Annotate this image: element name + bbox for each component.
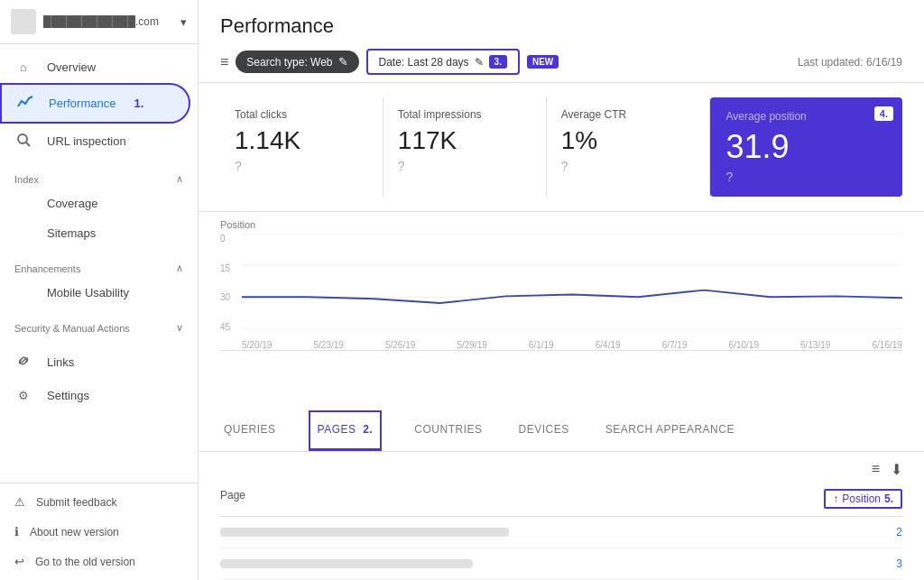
coverage-label: Coverage — [47, 197, 97, 210]
tab-pages[interactable]: PAGES 2. — [309, 410, 383, 451]
position-badge: 4. — [874, 106, 893, 121]
site-domain: ████████████.com — [43, 15, 173, 28]
search-icon — [14, 133, 32, 150]
security-chevron[interactable]: ∨ — [176, 322, 183, 334]
ctr-help[interactable]: ? — [561, 159, 568, 173]
chart-y-label: Position — [220, 219, 902, 230]
x-label-0: 5/20/19 — [242, 340, 272, 350]
impressions-value: 117K — [398, 126, 531, 155]
about-new-version-item[interactable]: ℹ About new version — [0, 517, 198, 547]
metric-impressions: Total impressions 117K ? — [383, 97, 547, 197]
dropdown-icon[interactable]: ▾ — [180, 15, 187, 29]
metric-clicks: Total clicks 1.14K ? — [220, 97, 383, 197]
enhancements-label: Enhancements — [14, 263, 80, 274]
security-section-label[interactable]: Security & Manual Actions ∨ — [0, 308, 198, 337]
main-header: Performance ≡ Search type: Web ✎ Date: L… — [199, 0, 924, 83]
date-edit-icon: ✎ — [475, 56, 484, 69]
sidebar-item-links[interactable]: Links — [0, 345, 190, 380]
position-value: 31.9 — [726, 128, 886, 166]
settings-icon: ⚙ — [14, 389, 32, 402]
last-updated: Last updated: 6/16/19 — [798, 56, 902, 69]
sidebar-item-coverage[interactable]: Coverage — [0, 189, 190, 218]
col-page-header: Page — [220, 489, 245, 509]
performance-label: Performance — [49, 97, 116, 110]
row-pos-1: 2 — [896, 526, 902, 539]
row-pos-2: 3 — [896, 557, 902, 570]
sort-up-icon: ↑ — [833, 493, 838, 505]
page-title: Performance — [220, 14, 902, 38]
sidebar-item-performance[interactable]: Performance 1. — [0, 83, 190, 124]
table-row: 3 — [220, 548, 902, 580]
tab-devices[interactable]: DEVICES — [515, 410, 573, 451]
position-col-badge: 5. — [884, 493, 893, 505]
sidebar-item-mobile-usability[interactable]: Mobile Usability — [0, 278, 190, 308]
y-label-15: 15 — [220, 263, 238, 273]
old-version-label: Go to the old version — [35, 556, 135, 568]
x-label-2: 5/26/19 — [385, 340, 415, 350]
chart-container: 0 15 30 45 5/20/19 5/23/19 5/26/19 5/29/… — [220, 234, 902, 351]
y-label-0: 0 — [220, 234, 238, 244]
links-label: Links — [47, 355, 74, 369]
pages-badge: 2. — [363, 423, 373, 436]
old-version-item[interactable]: ↩ Go to the old version — [0, 547, 198, 576]
x-label-6: 6/7/19 — [662, 340, 688, 350]
sidebar-item-url-inspection[interactable]: URL inspection — [0, 124, 190, 159]
metrics-row: Total clicks 1.14K ? Total impressions 1… — [199, 83, 924, 212]
overview-label: Overview — [47, 60, 96, 74]
date-label: Date: Last 28 days — [379, 56, 469, 69]
enhancements-section-label: Enhancements ∧ — [0, 248, 198, 278]
index-section-label: Index ∧ — [0, 159, 198, 189]
filter-icon[interactable]: ≡ — [220, 54, 228, 70]
x-label-3: 5/29/19 — [457, 340, 486, 350]
sidebar-nav: ⌂ Overview Performance 1. URL inspection — [0, 44, 198, 483]
sitemaps-label: Sitemaps — [47, 226, 96, 240]
filter-table-icon[interactable]: ≡ — [872, 461, 880, 478]
download-icon[interactable]: ⬇ — [891, 461, 902, 478]
col-position-header[interactable]: ↑ Position 5. — [824, 489, 902, 509]
feedback-label: Submit feedback — [36, 496, 116, 509]
impressions-label: Total impressions — [398, 108, 531, 121]
impressions-help[interactable]: ? — [398, 159, 405, 173]
security-label: Security & Manual Actions — [14, 323, 130, 334]
about-label: About new version — [30, 526, 119, 539]
links-icon — [14, 354, 32, 371]
site-logo — [11, 9, 36, 34]
x-label-1: 5/23/19 — [313, 340, 343, 350]
main-content: Performance ≡ Search type: Web ✎ Date: L… — [199, 0, 924, 580]
x-label-5: 6/4/19 — [596, 340, 621, 350]
y-label-45: 45 — [220, 322, 238, 332]
submit-feedback-item[interactable]: ⚠ Submit feedback — [0, 487, 198, 517]
sidebar-footer: ⚠ Submit feedback ℹ About new version ↩ … — [0, 483, 198, 580]
position-help[interactable]: ? — [726, 170, 734, 184]
table-section: ≡ ⬇ Page ↑ Position 5. 2 3 — [199, 452, 924, 580]
tab-countries[interactable]: COUNTRIES — [411, 410, 485, 451]
index-chevron[interactable]: ∧ — [176, 173, 183, 185]
table-row: 2 — [220, 517, 902, 548]
metric-position: Average position 31.9 ? 4. — [710, 97, 902, 197]
row-url-2[interactable] — [220, 559, 473, 568]
home-icon: ⌂ — [14, 60, 32, 74]
clicks-label: Total clicks — [235, 108, 368, 121]
sidebar-item-sitemaps[interactable]: Sitemaps — [0, 218, 190, 248]
sidebar-item-overview[interactable]: ⌂ Overview — [0, 51, 190, 83]
performance-icon — [16, 94, 34, 113]
ctr-value: 1% — [561, 126, 695, 155]
sidebar-item-settings[interactable]: ⚙ Settings — [0, 380, 190, 411]
clicks-help[interactable]: ? — [235, 159, 242, 173]
search-type-filter[interactable]: Search type: Web ✎ — [236, 51, 358, 73]
chart-section: Position 0 15 30 45 5/20/19 5/23/19 — [199, 212, 924, 410]
x-label-7: 6/10/19 — [729, 340, 759, 350]
position-label: Average position — [726, 110, 886, 123]
svg-point-0 — [18, 134, 27, 143]
tab-search-appearance[interactable]: SEARCH APPEARANCE — [602, 410, 738, 451]
date-badge: 3. — [489, 55, 507, 69]
search-type-label: Search type: Web — [246, 56, 332, 69]
enhancements-chevron[interactable]: ∧ — [176, 262, 183, 274]
row-url-1[interactable] — [220, 528, 509, 537]
date-filter[interactable]: Date: Last 28 days ✎ 3. — [366, 49, 520, 75]
sidebar: ████████████.com ▾ ⌂ Overview Performanc… — [0, 0, 199, 580]
chart-x-labels: 5/20/19 5/23/19 5/26/19 5/29/19 6/1/19 6… — [242, 340, 902, 350]
x-label-4: 6/1/19 — [529, 340, 554, 350]
tab-queries[interactable]: QUERIES — [220, 410, 280, 451]
chart-y-labels: 0 15 30 45 — [220, 234, 238, 332]
